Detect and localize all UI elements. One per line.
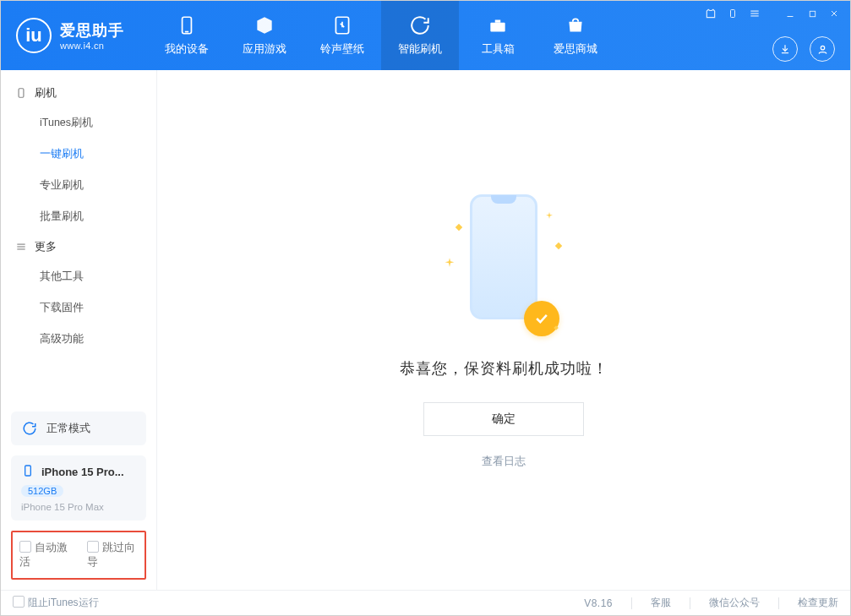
download-icon[interactable] (772, 36, 798, 62)
check-update-link[interactable]: 检查更新 (798, 596, 838, 610)
device-storage: 512GB (21, 485, 63, 497)
svg-rect-3 (490, 23, 505, 32)
device-mode[interactable]: 正常模式 (11, 412, 146, 445)
close-icon[interactable] (826, 6, 842, 21)
app-title: 爱思助手 (60, 20, 124, 41)
nav-label: 我的设备 (165, 41, 209, 57)
nav-device[interactable]: 我的设备 (148, 1, 226, 70)
nav-flash[interactable]: 智能刷机 (381, 1, 459, 70)
app-url: www.i4.cn (60, 41, 124, 51)
sparkle-icon (544, 210, 554, 220)
sidebar-item-pro[interactable]: 专业刷机 (1, 170, 156, 201)
option-skip-guide[interactable]: 跳过向导 (87, 541, 138, 570)
app-header: iu 爱思助手 www.i4.cn 我的设备 应用游戏 铃声壁纸 智能刷机 (1, 1, 850, 70)
mode-label: 正常模式 (46, 422, 90, 436)
top-nav: 我的设备 应用游戏 铃声壁纸 智能刷机 工具箱 爱思商城 (148, 1, 614, 70)
minimize-icon[interactable] (783, 6, 798, 21)
device-model: iPhone 15 Pro Max (21, 502, 136, 512)
sidebar-item-itunes[interactable]: iTunes刷机 (1, 107, 156, 139)
logo-icon: iu (16, 18, 52, 53)
sidebar-group-title: 更多 (35, 239, 57, 254)
phone-icon (14, 86, 28, 100)
separator (690, 597, 690, 609)
nav-label: 爱思商城 (554, 41, 597, 57)
ok-button[interactable]: 确定 (423, 402, 584, 436)
sidebar-item-firmware[interactable]: 下载固件 (1, 292, 156, 324)
sidebar-item-advanced[interactable]: 高级功能 (1, 324, 156, 355)
nav-tools[interactable]: 工具箱 (459, 1, 537, 70)
separator (778, 597, 779, 609)
checkbox-icon[interactable] (13, 596, 25, 608)
device-name: iPhone 15 Pro... (41, 466, 124, 478)
mobile-icon[interactable] (725, 6, 740, 21)
svg-rect-19 (25, 466, 31, 476)
nav-apps[interactable]: 应用游戏 (226, 1, 303, 70)
view-log-link[interactable]: 查看日志 (482, 455, 526, 469)
sidebar-group-flash: 刷机 (1, 79, 156, 107)
menu-icon (14, 240, 28, 253)
refresh-icon (21, 420, 38, 437)
sidebar-item-batch[interactable]: 批量刷机 (1, 201, 156, 232)
checkbox-icon[interactable] (19, 541, 31, 553)
main-content: 恭喜您，保资料刷机成功啦！ 确定 查看日志 (156, 70, 850, 590)
logo-area: iu 爱思助手 www.i4.cn (1, 18, 139, 53)
user-icon[interactable] (810, 36, 835, 62)
version-label: V8.16 (584, 597, 613, 609)
device-icon (21, 464, 35, 480)
option-auto-activate[interactable]: 自动激活 (19, 541, 70, 570)
svg-rect-5 (731, 10, 735, 18)
wechat-link[interactable]: 微信公众号 (709, 596, 760, 610)
nav-ring[interactable]: 铃声壁纸 (303, 1, 381, 70)
sidebar-group-more: 更多 (1, 232, 156, 261)
success-message: 恭喜您，保资料刷机成功啦！ (400, 358, 608, 379)
footer: 阻止iTunes运行 V8.16 客服 微信公众号 检查更新 (1, 590, 850, 615)
svg-rect-4 (495, 20, 501, 23)
nav-label: 智能刷机 (398, 41, 442, 57)
nav-label: 铃声壁纸 (320, 41, 364, 57)
sidebar: 刷机 iTunes刷机 一键刷机 专业刷机 批量刷机 更多 其他工具 下载固件 … (1, 70, 156, 590)
sidebar-item-oneclick[interactable]: 一键刷机 (1, 139, 156, 170)
sidebar-group-title: 刷机 (35, 85, 57, 101)
block-itunes-checkbox[interactable]: 阻止iTunes运行 (13, 596, 99, 610)
check-badge-icon (524, 301, 559, 336)
sparkle-icon (555, 243, 562, 249)
svg-rect-10 (810, 11, 815, 16)
svg-point-14 (821, 46, 824, 49)
checkbox-icon[interactable] (87, 541, 99, 553)
sparkle-icon (443, 257, 456, 270)
support-link[interactable]: 客服 (651, 596, 671, 610)
flash-options: 自动激活 跳过向导 (11, 531, 146, 580)
nav-store[interactable]: 爱思商城 (537, 1, 614, 70)
maximize-icon[interactable] (805, 6, 820, 21)
device-box[interactable]: iPhone 15 Pro... 512GB iPhone 15 Pro Max (11, 455, 146, 521)
svg-rect-15 (19, 89, 24, 98)
sidebar-item-othertools[interactable]: 其他工具 (1, 261, 156, 292)
separator (631, 597, 632, 609)
skin-icon[interactable] (703, 6, 718, 21)
success-illustration (458, 191, 549, 335)
menu-icon[interactable] (747, 6, 762, 21)
nav-label: 工具箱 (482, 41, 515, 57)
window-controls (703, 6, 842, 21)
nav-label: 应用游戏 (243, 41, 286, 57)
sparkle-icon (456, 224, 462, 231)
